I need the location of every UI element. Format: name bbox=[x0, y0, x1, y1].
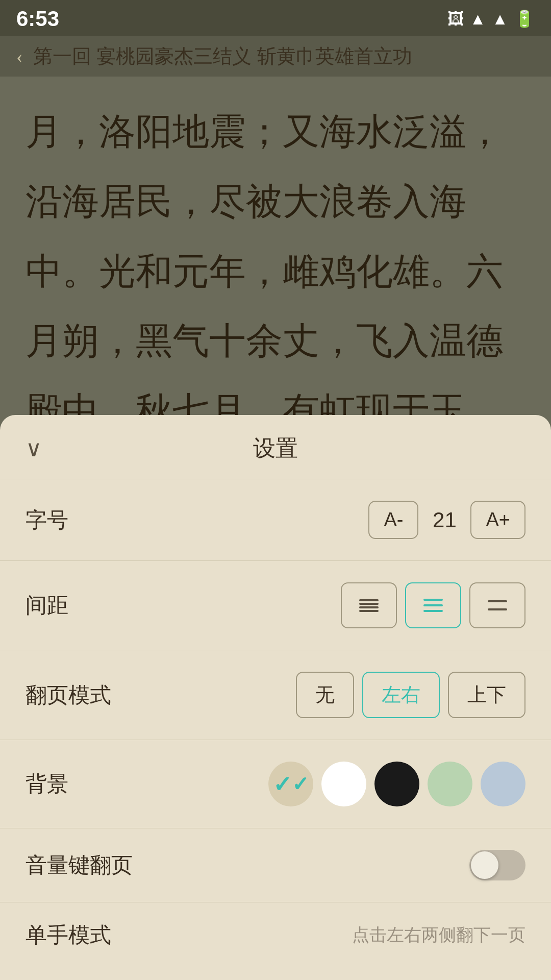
settings-title: 设置 bbox=[253, 433, 298, 463]
background-label: 背景 bbox=[26, 770, 68, 798]
page-mode-controls: 无 左右 上下 bbox=[296, 672, 525, 718]
single-hand-label: 单手模式 bbox=[26, 921, 111, 949]
settings-panel: ∨ 设置 字号 A- 21 A+ 间距 bbox=[0, 415, 551, 980]
battery-icon: 🔋 bbox=[514, 9, 535, 29]
font-size-row: 字号 A- 21 A+ bbox=[0, 479, 551, 561]
page-mode-lr-button[interactable]: 左右 bbox=[362, 672, 440, 718]
bg-beige-button[interactable]: ✓ bbox=[268, 762, 313, 806]
font-increase-button[interactable]: A+ bbox=[470, 501, 525, 539]
background-controls: ✓ bbox=[268, 762, 525, 806]
page-mode-ud-button[interactable]: 上下 bbox=[448, 672, 525, 718]
chapter-title: 第一回 宴桃园豪杰三结义 斩黄巾英雄首立功 bbox=[33, 43, 412, 69]
font-decrease-button[interactable]: A- bbox=[368, 501, 418, 539]
volume-flip-toggle[interactable] bbox=[469, 850, 525, 880]
font-size-controls: A- 21 A+ bbox=[368, 501, 525, 539]
bg-blue-button[interactable] bbox=[481, 762, 525, 806]
spacing-tight-button[interactable] bbox=[341, 582, 397, 628]
top-nav: ‹ 第一回 宴桃园豪杰三结义 斩黄巾英雄首立功 bbox=[0, 36, 551, 77]
bg-black-button[interactable] bbox=[374, 762, 419, 806]
page-mode-row: 翻页模式 无 左右 上下 bbox=[0, 650, 551, 740]
status-icons: 🖼 ▲ ▲ 🔋 bbox=[447, 9, 535, 29]
spacing-row: 间距 bbox=[0, 561, 551, 650]
font-size-label: 字号 bbox=[26, 506, 68, 534]
page-mode-label: 翻页模式 bbox=[26, 681, 111, 709]
spacing-label: 间距 bbox=[26, 591, 68, 620]
image-icon: 🖼 bbox=[447, 10, 464, 29]
toggle-knob bbox=[471, 851, 498, 879]
collapse-button[interactable]: ∨ bbox=[26, 435, 42, 462]
bg-white-button[interactable] bbox=[321, 762, 366, 806]
settings-header: ∨ 设置 bbox=[0, 415, 551, 479]
font-size-value: 21 bbox=[427, 508, 462, 532]
wifi-icon: ▲ bbox=[470, 10, 486, 29]
spacing-loose-button[interactable] bbox=[469, 582, 525, 628]
signal-icon: ▲ bbox=[492, 10, 508, 29]
single-hand-row: 单手模式 点击左右两侧翻下一页 bbox=[0, 902, 551, 960]
volume-flip-row: 音量键翻页 bbox=[0, 828, 551, 902]
volume-flip-label: 音量键翻页 bbox=[26, 851, 133, 879]
background-row: 背景 ✓ bbox=[0, 740, 551, 828]
spacing-medium-button[interactable] bbox=[405, 582, 461, 628]
back-button[interactable]: ‹ bbox=[16, 45, 23, 67]
spacing-controls bbox=[341, 582, 525, 628]
page-mode-none-button[interactable]: 无 bbox=[296, 672, 354, 718]
status-bar: 6:53 🖼 ▲ ▲ 🔋 bbox=[0, 0, 551, 36]
single-hand-hint: 点击左右两侧翻下一页 bbox=[352, 923, 525, 947]
status-time: 6:53 bbox=[16, 7, 59, 31]
bg-green-button[interactable] bbox=[428, 762, 472, 806]
